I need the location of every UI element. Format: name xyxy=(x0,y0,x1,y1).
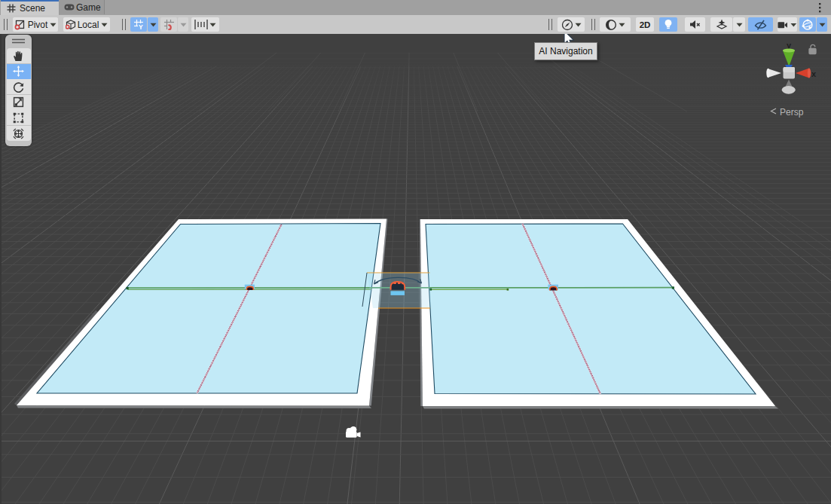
svg-text:x: x xyxy=(811,69,817,78)
svg-text:y: y xyxy=(787,41,792,50)
svg-text:Persp: Persp xyxy=(780,107,804,118)
svg-text:Y: Y xyxy=(139,23,143,30)
